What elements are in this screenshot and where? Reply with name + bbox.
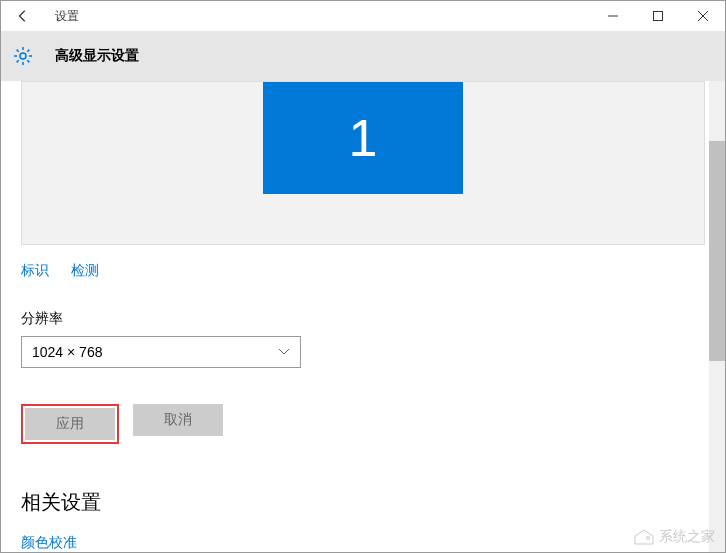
- maximize-button[interactable]: [635, 1, 680, 31]
- window-controls: [590, 1, 725, 31]
- cancel-button[interactable]: 取消: [133, 404, 223, 436]
- svg-rect-1: [653, 12, 662, 21]
- window-title: 设置: [55, 8, 79, 25]
- scrollbar-thumb[interactable]: [709, 141, 725, 361]
- monitor-preview-area: 1: [21, 81, 705, 245]
- minimize-button[interactable]: [590, 1, 635, 31]
- monitor-links: 标识 检测: [1, 245, 725, 280]
- back-button[interactable]: [11, 4, 35, 28]
- button-row: 应用 取消: [1, 368, 725, 444]
- resolution-label: 分辨率: [1, 280, 725, 336]
- content-area: 1 标识 检测 分辨率 1024 × 768 应用 取消 相关设置 颜色校准: [1, 81, 725, 552]
- page-heading: 高级显示设置: [55, 47, 139, 65]
- header-bar: 高级显示设置: [1, 31, 725, 81]
- chevron-down-icon: [278, 347, 290, 358]
- watermark: 系统之家: [633, 528, 715, 546]
- resolution-value: 1024 × 768: [32, 344, 102, 360]
- close-button[interactable]: [680, 1, 725, 31]
- apply-button-highlight: 应用: [21, 404, 119, 444]
- watermark-text: 系统之家: [659, 528, 715, 546]
- monitor-1[interactable]: 1: [263, 82, 463, 194]
- resolution-dropdown[interactable]: 1024 × 768: [21, 336, 301, 368]
- titlebar: 设置: [1, 1, 725, 31]
- apply-button[interactable]: 应用: [25, 408, 115, 440]
- related-settings-heading: 相关设置: [1, 444, 725, 516]
- vertical-scrollbar[interactable]: [709, 81, 725, 552]
- gear-icon: [13, 46, 33, 66]
- svg-point-5: [647, 537, 650, 540]
- identify-link[interactable]: 标识: [21, 262, 49, 278]
- svg-point-4: [20, 53, 26, 59]
- color-calibration-link[interactable]: 颜色校准: [1, 516, 725, 552]
- detect-link[interactable]: 检测: [71, 262, 99, 278]
